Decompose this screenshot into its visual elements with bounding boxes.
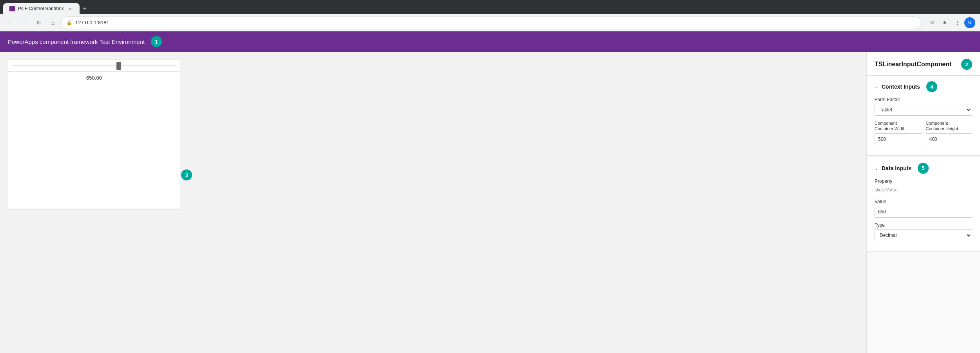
- browser-actions: ⛭ ★ ⋮ U: [927, 17, 975, 28]
- type-select[interactable]: Decimal Whole.None Currency FP: [875, 229, 972, 241]
- component-body: [8, 84, 180, 209]
- slider-track[interactable]: [12, 66, 176, 66]
- container-height-input[interactable]: [926, 133, 973, 145]
- badge-4: 4: [926, 81, 937, 92]
- data-chevron-icon: ⌄: [875, 166, 878, 171]
- type-group: Type Decimal Whole.None Currency FP: [875, 222, 972, 241]
- forward-button[interactable]: →: [19, 17, 31, 29]
- address-text: 127.0.0.1:8181: [75, 20, 109, 25]
- back-button[interactable]: ←: [5, 17, 16, 29]
- tab-favicon: [9, 6, 15, 11]
- app-header: PowerApps component framework Test Envir…: [0, 31, 980, 52]
- data-inputs-header[interactable]: ⌄ Data Inputs 5: [875, 163, 972, 174]
- address-bar[interactable]: 🔒 127.0.0.1:8181: [61, 16, 921, 29]
- container-width-label: ComponentContainer Width: [875, 120, 921, 132]
- component-value-display: 650.00: [8, 72, 180, 84]
- form-factor-label: Form Factor: [875, 97, 972, 102]
- home-button[interactable]: ⌂: [47, 17, 59, 29]
- component-preview: 650.00: [8, 60, 180, 209]
- badge-3: 3: [181, 169, 192, 180]
- data-inputs-section: ⌄ Data Inputs 5 Property sliderValue Val…: [867, 157, 980, 252]
- form-factor-group: Form Factor Tablet Phone Web: [875, 97, 972, 116]
- slider-track-container[interactable]: [8, 60, 180, 72]
- context-inputs-section: ⌄ Context Inputs 4 Form Factor Tablet Ph…: [867, 76, 980, 156]
- container-width-col: ComponentContainer Width: [875, 120, 921, 145]
- value-label: Value: [875, 199, 972, 204]
- property-value: sliderValue: [875, 186, 972, 194]
- context-inputs-title: Context Inputs: [882, 84, 920, 90]
- browser-tab-bar: PCF Control Sandbox × +: [0, 0, 980, 14]
- value-input[interactable]: [875, 206, 972, 218]
- star-button[interactable]: ★: [939, 17, 950, 28]
- app-header-title: PowerApps component framework Test Envir…: [8, 38, 145, 45]
- badge-1: 1: [151, 36, 162, 47]
- property-label: Property: [875, 178, 972, 184]
- badge-3-container: 3: [181, 169, 192, 180]
- reload-button[interactable]: ↻: [33, 17, 45, 29]
- container-height-label: ComponentContainer Height: [926, 120, 973, 132]
- slider-value-text: 650.00: [86, 75, 102, 81]
- type-label: Type: [875, 222, 972, 228]
- container-height-col: ComponentContainer Height: [926, 120, 973, 145]
- badge-5: 5: [918, 163, 929, 174]
- main-canvas: 650.00 3: [0, 52, 866, 353]
- extensions-button[interactable]: ⛭: [927, 17, 938, 28]
- badge-2: 2: [961, 59, 972, 70]
- new-tab-button[interactable]: +: [80, 3, 90, 14]
- app-body: 650.00 3 TSLinearInputComponent 2 ⌄ Cont…: [0, 52, 980, 353]
- value-group: Value: [875, 199, 972, 218]
- active-tab[interactable]: PCF Control Sandbox ×: [3, 3, 80, 14]
- data-inputs-title: Data Inputs: [882, 165, 911, 171]
- more-button[interactable]: ⋮: [952, 17, 963, 28]
- component-name: TSLinearInputComponent: [875, 61, 951, 68]
- tab-close-button[interactable]: ×: [67, 5, 73, 12]
- panel-header: TSLinearInputComponent 2: [867, 52, 980, 76]
- lock-icon: 🔒: [66, 20, 72, 25]
- property-group: Property sliderValue: [875, 178, 972, 194]
- tab-title: PCF Control Sandbox: [18, 6, 64, 11]
- slider-thumb[interactable]: [116, 62, 121, 70]
- right-panel: TSLinearInputComponent 2 ⌄ Context Input…: [866, 52, 980, 353]
- container-width-input[interactable]: [875, 133, 921, 145]
- context-chevron-icon: ⌄: [875, 84, 878, 89]
- form-factor-select[interactable]: Tablet Phone Web: [875, 104, 972, 116]
- container-size-row: ComponentContainer Width ComponentContai…: [875, 120, 972, 145]
- profile-button[interactable]: U: [964, 17, 975, 28]
- browser-toolbar: ← → ↻ ⌂ 🔒 127.0.0.1:8181 ⛭ ★ ⋮ U: [0, 14, 980, 31]
- context-inputs-header[interactable]: ⌄ Context Inputs 4: [875, 81, 972, 92]
